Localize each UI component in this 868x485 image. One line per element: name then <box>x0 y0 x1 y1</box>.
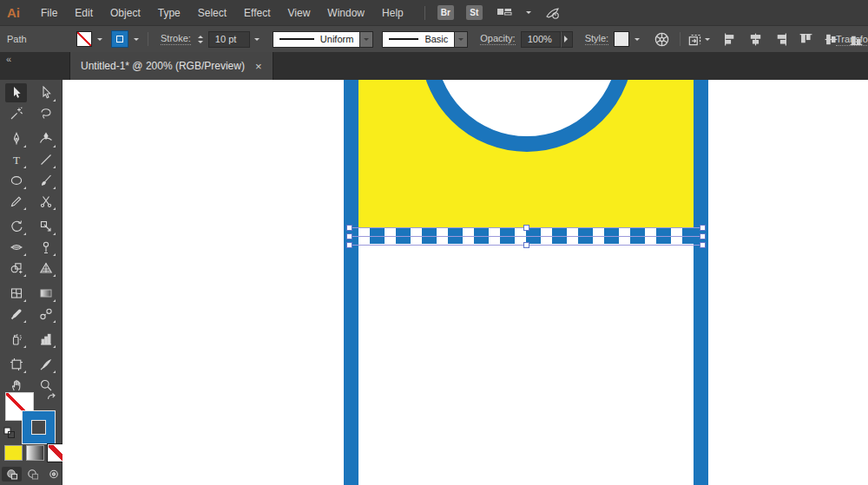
isolate-selection-icon[interactable] <box>686 29 705 49</box>
type-tool[interactable]: T <box>5 150 27 169</box>
puppet-warp-tool[interactable] <box>35 238 56 257</box>
menu-effect[interactable]: Effect <box>235 7 279 19</box>
stroke-chevron-icon[interactable] <box>134 38 139 43</box>
menu-window[interactable]: Window <box>319 7 373 19</box>
fill-chevron-icon[interactable] <box>97 38 102 43</box>
symbol-sprayer-tool[interactable] <box>5 330 27 349</box>
tab-close-icon[interactable]: × <box>255 61 262 72</box>
curvature-tool[interactable] <box>35 129 56 148</box>
slice-tool[interactable] <box>35 355 56 374</box>
selection-handle-bottom-right[interactable] <box>700 242 706 248</box>
gpu-performance-icon[interactable] <box>543 3 562 23</box>
stroke-weight-stepper[interactable] <box>198 33 203 46</box>
isolate-chevron-icon[interactable] <box>705 38 710 43</box>
shape-builder-tool[interactable] <box>5 259 27 278</box>
fill-none-swatch[interactable] <box>76 31 92 47</box>
paintbrush-tool[interactable] <box>35 171 56 190</box>
recolor-artwork-icon[interactable] <box>652 29 671 49</box>
brush-value: Basic <box>424 34 448 44</box>
brush-line-icon <box>389 38 418 40</box>
draw-normal-button[interactable] <box>2 467 22 482</box>
workspace-switcher-icon[interactable] <box>495 3 514 23</box>
ellipse-tool[interactable] <box>5 171 27 190</box>
selection-handle-top-left[interactable] <box>346 225 352 231</box>
opacity-value: 100% <box>528 34 552 44</box>
align-horizontal-left-button[interactable] <box>720 29 740 49</box>
rotate-tool[interactable] <box>5 217 27 236</box>
opacity-label[interactable]: Opacity: <box>480 33 515 45</box>
separator <box>424 6 425 20</box>
width-profile-chevron-icon[interactable] <box>360 31 373 48</box>
magic-wand-tool[interactable] <box>5 104 27 123</box>
selection-handle-top-right[interactable] <box>700 225 706 231</box>
blend-tool[interactable] <box>35 305 56 324</box>
pen-tool[interactable] <box>5 129 27 148</box>
brush-select[interactable]: Basic <box>382 31 455 48</box>
draw-inside-button[interactable] <box>43 467 63 482</box>
lasso-tool[interactable] <box>35 104 56 123</box>
document-tab-title: Untitled-1* @ 200% (RGB/Preview) <box>81 60 245 72</box>
line-segment-tool[interactable] <box>35 150 56 169</box>
selection-handle-middle-right[interactable] <box>700 233 706 239</box>
style-label[interactable]: Style: <box>585 33 609 45</box>
opacity-arrow-icon[interactable] <box>561 31 573 48</box>
stroke-label[interactable]: Stroke: <box>161 33 191 45</box>
transform-link[interactable]: Transform <box>836 34 868 46</box>
mesh-tool[interactable] <box>5 284 27 303</box>
app-logo: Ai <box>7 5 20 20</box>
perspective-grid-tool[interactable] <box>35 259 56 278</box>
menu-view[interactable]: View <box>279 7 319 19</box>
artwork-left-stripe[interactable] <box>344 80 358 485</box>
stroke-color-swatch[interactable] <box>111 30 128 48</box>
style-chevron-icon[interactable] <box>635 38 640 43</box>
width-profile-select[interactable]: Uniform <box>273 31 361 48</box>
selection-handle-bottom-center[interactable] <box>523 242 529 248</box>
brush-chevron-icon[interactable] <box>455 31 468 48</box>
bridge-button[interactable]: Br <box>437 5 454 20</box>
document-tab[interactable]: Untitled-1* @ 200% (RGB/Preview) × <box>69 52 273 80</box>
scale-tool[interactable] <box>35 217 56 236</box>
stroke-color-indicator[interactable] <box>23 411 55 443</box>
opacity-field[interactable]: 100% <box>521 31 561 48</box>
selection-handle-top-center[interactable] <box>523 225 529 231</box>
menu-help[interactable]: Help <box>373 7 412 19</box>
default-fill-stroke-icon[interactable] <box>3 427 16 442</box>
selection-tool[interactable] <box>5 83 27 102</box>
scissors-tool[interactable] <box>35 192 56 211</box>
gradient-fill-button[interactable] <box>26 445 44 461</box>
artboard-tool[interactable] <box>5 355 27 374</box>
chevron-down-icon[interactable] <box>526 11 531 16</box>
artwork-right-stripe[interactable] <box>694 80 708 485</box>
menu-object[interactable]: Object <box>102 7 149 19</box>
color-fill-button[interactable] <box>4 445 23 461</box>
tab-bar: « Untitled-1* @ 200% (RGB/Preview) × <box>0 52 868 80</box>
menu-edit[interactable]: Edit <box>66 7 102 19</box>
tools-panel: T <box>0 80 62 485</box>
collapse-tools-icon[interactable]: « <box>6 54 12 64</box>
stroke-weight-chevron-icon[interactable] <box>250 31 264 48</box>
selection-handle-middle-left[interactable] <box>346 233 352 239</box>
width-profile-value: Uniform <box>320 34 354 44</box>
align-vertical-top-button[interactable] <box>796 29 815 49</box>
separator <box>680 32 681 46</box>
graphic-style-swatch[interactable] <box>614 31 629 47</box>
menu-select[interactable]: Select <box>189 7 235 19</box>
menu-type[interactable]: Type <box>149 7 189 19</box>
eyedropper-tool[interactable] <box>5 305 27 324</box>
stroke-weight-field[interactable]: 10 pt <box>208 31 250 48</box>
column-graph-tool[interactable] <box>35 330 56 349</box>
artboard-canvas[interactable] <box>62 80 868 485</box>
draw-behind-button[interactable] <box>23 467 43 482</box>
pencil-tool[interactable] <box>5 192 27 211</box>
stroke-box-icon <box>116 36 123 43</box>
swap-fill-stroke-icon[interactable] <box>46 390 57 406</box>
align-horizontal-center-button[interactable] <box>746 29 765 49</box>
illustrator-window: Ai File Edit Object Type Select Effect V… <box>0 0 868 485</box>
stock-button[interactable]: St <box>466 5 483 20</box>
gradient-tool[interactable] <box>35 284 56 303</box>
width-tool[interactable] <box>5 238 27 257</box>
align-horizontal-right-button[interactable] <box>771 29 790 49</box>
selection-handle-bottom-left[interactable] <box>346 242 352 248</box>
menu-file[interactable]: File <box>32 7 66 19</box>
direct-selection-tool[interactable] <box>35 83 56 102</box>
